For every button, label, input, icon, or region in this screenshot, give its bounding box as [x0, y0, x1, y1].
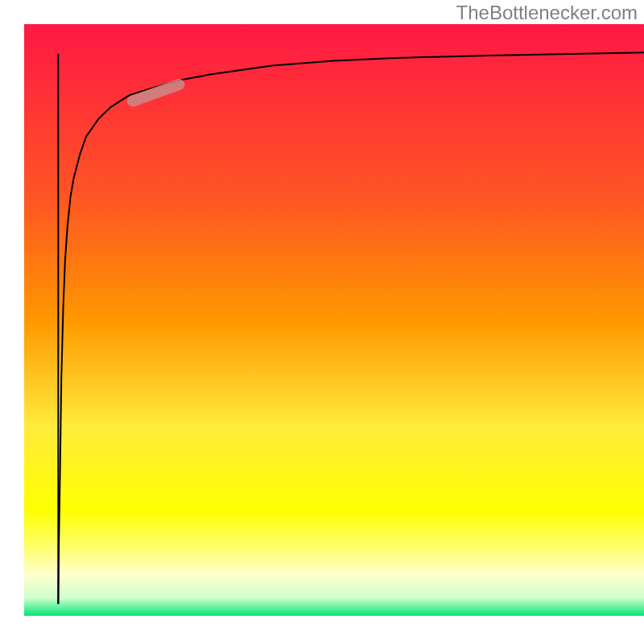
plot-area — [24, 24, 644, 616]
watermark-text: TheBottlenecker.com — [456, 2, 638, 24]
chart-container: TheBottlenecker.com — [0, 0, 644, 644]
chart-svg — [24, 24, 644, 616]
gradient-background — [24, 24, 644, 616]
